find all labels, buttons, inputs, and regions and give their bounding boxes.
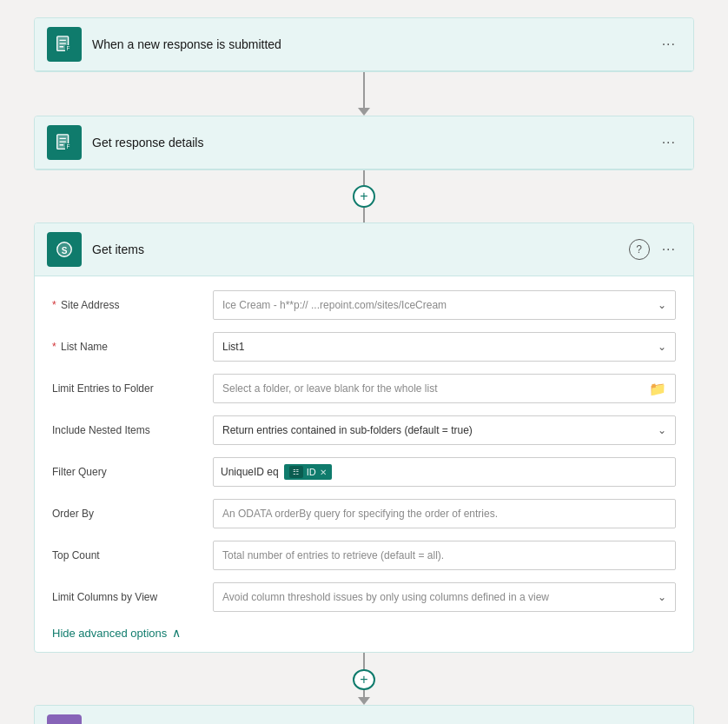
sharepoint-icon: S [47,232,82,267]
list-name-label: * List Name [52,341,213,353]
token-label: ID [307,467,316,477]
step3-header: S Get items ? ··· [35,223,693,276]
limit-columns-dropdown-arrow: ⌄ [658,591,666,603]
step4-card: Condition ··· [34,705,694,724]
plus-connector-1: + [353,170,375,223]
step2-header: F Get response details ··· [35,116,693,169]
include-nested-input[interactable]: Return entries contained in sub-folders … [213,415,676,445]
limit-columns-row: Limit Columns by View Avoid column thres… [52,581,676,614]
top-count-input[interactable]: Total number of entries to retrieve (def… [213,541,676,570]
forms-icon-1: F [47,27,82,62]
order-by-label: Order By [52,508,213,520]
condition-icon [47,714,82,724]
step4-header: Condition ··· [35,706,693,724]
hide-advanced-options-button[interactable]: Hide advanced options ∧ [52,622,676,640]
svg-text:S: S [62,246,68,256]
step3-title: Get items [92,242,619,256]
top-count-row: Top Count Total number of entries to ret… [52,539,676,572]
limit-columns-input[interactable]: Avoid column threshold issues by only us… [213,582,676,612]
step3-card: S Get items ? ··· * Site Address Ice Cre… [34,223,694,653]
step2-menu: ··· [657,131,681,154]
include-nested-label: Include Nested Items [52,424,213,436]
limit-entries-input[interactable]: Select a folder, or leave blank for the … [213,374,676,403]
order-by-input[interactable]: An ODATA orderBy query for specifying th… [213,499,676,528]
site-address-dropdown-arrow: ⌄ [658,299,666,311]
step3-body: * Site Address Ice Cream - h**p:// ...re… [35,276,693,652]
add-step-button-2[interactable]: + [353,669,375,691]
filter-token: ☷ ID ✕ [284,464,332,480]
step4-more-button[interactable]: ··· [657,721,681,724]
step2-title: Get response details [92,136,646,149]
svg-text:F: F [67,45,70,51]
filter-query-prefix: UniqueID eq [221,466,279,478]
flow-canvas: F When a new response is submitted ··· [0,0,728,724]
filter-query-input[interactable]: UniqueID eq ☷ ID ✕ [213,457,676,487]
connector-1 [358,72,370,116]
step2-card: F Get response details ··· [34,116,694,170]
step1-header: F When a new response is submitted ··· [35,18,693,71]
site-address-input[interactable]: Ice Cream - h**p:// ...repoint.com/sites… [213,290,676,320]
step3-help-button[interactable]: ? [629,239,650,260]
limit-entries-row: Limit Entries to Folder Select a folder,… [52,372,676,405]
list-name-row: * List Name List1 ⌄ [52,330,676,363]
order-by-row: Order By An ODATA orderBy query for spec… [52,497,676,530]
filter-query-row: Filter Query UniqueID eq ☷ ID ✕ [52,455,676,488]
include-nested-dropdown-arrow: ⌄ [658,424,666,436]
list-name-dropdown-arrow: ⌄ [658,341,666,353]
site-address-row: * Site Address Ice Cream - h**p:// ...re… [52,289,676,322]
top-count-label: Top Count [52,549,213,561]
token-close-button[interactable]: ✕ [320,468,327,477]
bottom-connector: + [353,653,375,705]
limit-columns-label: Limit Columns by View [52,591,213,603]
filter-query-label: Filter Query [52,466,213,478]
step2-more-button[interactable]: ··· [657,131,681,154]
step1-card: F When a new response is submitted ··· [34,17,694,72]
limit-entries-label: Limit Entries to Folder [52,382,213,395]
step1-menu: ··· [657,33,681,56]
folder-icon: 📁 [649,381,666,397]
step3-more-button[interactable]: ··· [657,238,681,261]
hide-advanced-label: Hide advanced options [52,627,167,640]
token-icon: ☷ [289,466,303,478]
list-name-input[interactable]: List1 ⌄ [213,332,676,362]
step1-title: When a new response is submitted [92,37,646,51]
step4-menu: ··· [657,721,681,724]
step3-menu: ? ··· [629,238,681,261]
step1-more-button[interactable]: ··· [657,33,681,56]
add-step-button-1[interactable]: + [353,185,375,208]
site-address-label: * Site Address [52,299,213,311]
chevron-up-icon: ∧ [172,626,181,640]
include-nested-row: Include Nested Items Return entries cont… [52,414,676,447]
forms-icon-2: F [47,125,82,160]
svg-text:F: F [67,143,70,149]
